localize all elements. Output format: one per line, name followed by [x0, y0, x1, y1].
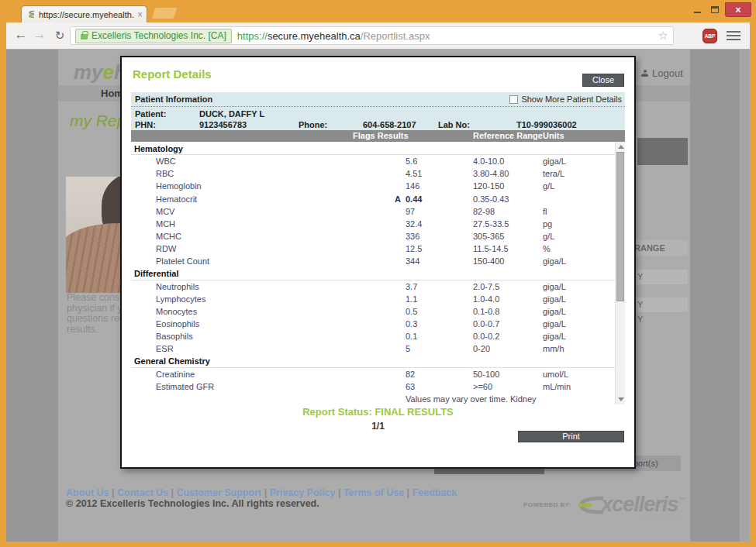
lab-results-body: HematologyWBC5.64.0-10.0giga/LRBC4.513.8…: [131, 143, 615, 404]
tab-close-icon[interactable]: ×: [137, 11, 143, 19]
lock-icon: [81, 34, 88, 40]
powered-by: POWERED BY: xcelleris ™ Technologies: [523, 493, 685, 517]
range-cell: Y: [628, 312, 688, 327]
phn-label: PHN:: [135, 119, 156, 130]
col-flags-results: Flags Results: [353, 130, 409, 142]
brand-trademark: ™: [678, 496, 685, 503]
footer-separator: |: [404, 487, 412, 498]
table-row: WBC5.64.0-10.0giga/L: [131, 155, 615, 167]
section-row: Hematology: [131, 143, 615, 155]
col-reference-range: Reference Range: [473, 130, 543, 142]
background-button[interactable]: [637, 138, 688, 165]
table-row: Creatinine8250-100umol/L: [131, 368, 615, 380]
table-row: ESR50-20mm/h: [131, 342, 615, 355]
table-row: Basophils0.10.0-0.2giga/L: [131, 330, 615, 342]
footer-separator: |: [335, 487, 343, 498]
col-units: Units: [543, 130, 564, 142]
table-row: Hemoglobin146120-150g/L: [131, 180, 615, 192]
section-row: Differential: [131, 267, 615, 280]
copyright-text: © 2012 Excelleris Technologies Inc. All …: [66, 498, 319, 509]
results-scrollbar[interactable]: [615, 142, 625, 404]
table-row: Neutrophils3.72.0-7.5giga/L: [131, 280, 615, 293]
print-button[interactable]: Print: [518, 431, 624, 442]
footer-link[interactable]: Terms of Use: [343, 487, 404, 498]
report-status: Report Status: FINAL RESULTS: [122, 406, 634, 418]
address-bar[interactable]: Excelleris Technologies Inc. [CA] https:…: [70, 26, 674, 45]
lab-no-label: Lab No:: [438, 119, 470, 130]
scroll-down-icon[interactable]: [618, 397, 624, 401]
url-path: /Reportlist.aspx: [361, 30, 430, 42]
ev-badge-label: Excelleris Technologies Inc. [CA]: [91, 30, 226, 41]
results-column-header: Flags Results Reference Range Units: [131, 130, 625, 142]
url-scheme: https://: [237, 30, 268, 42]
brand-subtitle: Technologies: [638, 514, 683, 522]
scrollbar-thumb[interactable]: [616, 152, 624, 301]
footer-separator: |: [168, 487, 176, 498]
table-row: Lymphocytes1.11.0-4.0giga/L: [131, 293, 615, 305]
page-scrollbar[interactable]: [740, 50, 750, 542]
table-row: MCV9782-98fl: [131, 205, 615, 218]
section-row: General Chemistry: [131, 355, 615, 367]
reload-icon[interactable]: ↻: [51, 29, 68, 43]
maximize-button[interactable]: [707, 2, 723, 16]
browser-tab[interactable]: x https://secure.myehealth. ×: [21, 5, 147, 22]
ev-certificate-badge[interactable]: Excelleris Technologies Inc. [CA]: [75, 29, 232, 43]
phone-value: 604-658-2107: [363, 119, 416, 130]
forward-icon[interactable]: →: [31, 27, 48, 43]
table-row: Platelet Count344150-400giga/L: [131, 255, 615, 267]
footer-separator: |: [109, 487, 117, 498]
browser-toolbar: ← → ↻ Excelleris Technologies Inc. [CA] …: [6, 22, 750, 50]
show-more-checkbox[interactable]: [509, 95, 518, 104]
patient-details: Patient: DUCK, DAFFY L PHN: 9123456783 P…: [131, 106, 625, 130]
modal-title: Report Details: [133, 67, 212, 81]
footer-links: About Us | Contact Us | Customer Support…: [66, 487, 457, 498]
new-tab-button[interactable]: [152, 8, 178, 19]
table-row: HematocritA0.440.35-0.43: [131, 193, 615, 205]
user-icon: [641, 70, 648, 77]
tab-title: https://secure.myehealth.: [39, 10, 134, 19]
show-more-label[interactable]: Show More Patient Details: [521, 95, 622, 104]
bookmark-star-icon[interactable]: ☆: [658, 29, 668, 43]
table-row: MCHC336305-365g/L: [131, 230, 615, 243]
footer-link[interactable]: About Us: [66, 487, 109, 498]
range-cell: Y: [628, 298, 688, 312]
table-row: Estimated GFR63>=60mL/min: [131, 380, 615, 393]
table-row: Values may vary over time. Kidney: [131, 393, 615, 404]
maximize-icon: [711, 6, 719, 13]
table-row: RBC4.513.80-4.80tera/L: [131, 167, 615, 180]
minimize-button[interactable]: [689, 2, 705, 16]
footer-link[interactable]: Feedback: [413, 487, 457, 498]
logout-label: Logout: [652, 67, 683, 79]
site-favicon: x: [26, 9, 36, 19]
patient-name: DUCK, DAFFY L: [199, 108, 264, 119]
close-button[interactable]: Close: [582, 74, 624, 87]
browser-window: x https://secure.myehealth. × × ← → ↻ Ex…: [0, 0, 756, 547]
svg-text:x: x: [29, 12, 35, 19]
back-icon[interactable]: ←: [12, 27, 29, 43]
url-text: https://secure.myehealth.ca/Reportlist.a…: [237, 30, 430, 42]
phn-value: 9123456783: [199, 119, 247, 130]
powered-by-label: POWERED BY:: [523, 501, 571, 508]
url-domain: secure.myehealth.ca: [268, 30, 361, 42]
logout-link[interactable]: Logout: [641, 67, 683, 79]
report-details-modal: Report Details Close Patient Information…: [120, 56, 636, 469]
footer-link[interactable]: Contact Us: [117, 487, 168, 498]
adblock-extension-icon[interactable]: ABP: [702, 29, 717, 43]
table-row: RDW12.511.5-14.5%: [131, 243, 615, 255]
minimize-icon: [694, 12, 701, 13]
window-close-button[interactable]: ×: [725, 2, 751, 17]
patient-label: Patient:: [135, 108, 166, 119]
excelleris-logo: xcelleris ™ Technologies: [578, 493, 685, 517]
browser-menu-icon[interactable]: [727, 31, 740, 43]
range-cell: Y: [628, 270, 688, 284]
table-row: Monocytes0.50.1-0.8giga/L: [131, 305, 615, 318]
phone-label: Phone:: [299, 119, 327, 130]
table-row: MCH32.427.5-33.5pg: [131, 218, 615, 230]
footer-link[interactable]: Privacy Policy: [270, 487, 336, 498]
results-viewport: HematologyWBC5.64.0-10.0giga/LRBC4.513.8…: [131, 142, 625, 404]
range-column-header: RANGE: [628, 240, 688, 256]
table-row: Eosinophils0.30.0-0.7giga/L: [131, 318, 615, 330]
footer-separator: |: [261, 487, 269, 498]
footer-link[interactable]: Customer Support: [176, 487, 261, 498]
scroll-up-icon[interactable]: [618, 145, 624, 149]
